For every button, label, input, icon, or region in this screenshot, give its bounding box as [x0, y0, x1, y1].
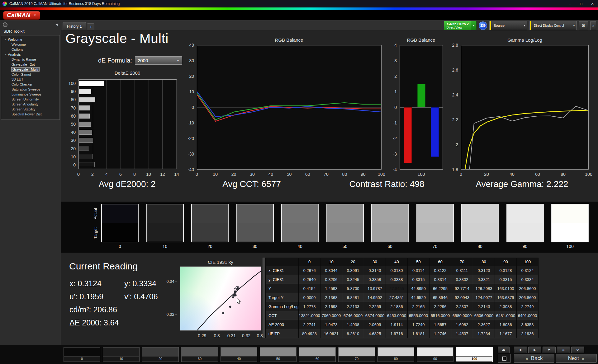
play-button[interactable]: ▶: [528, 347, 541, 353]
panel-dot-button[interactable]: [3, 22, 7, 27]
table-cell: 0.3302: [451, 275, 473, 284]
flag-button[interactable]: ⚑: [543, 347, 556, 353]
tree-section[interactable]: ▸Analysis: [1, 52, 59, 57]
pattern-window-button[interactable]: [498, 354, 511, 363]
sidebar-item-luminance-sweeps[interactable]: Luminance Sweeps: [1, 92, 59, 97]
next-button[interactable]: Next »: [556, 354, 597, 363]
tree-expand-icon[interactable]: ▸: [5, 53, 7, 56]
patch-actual: [192, 204, 228, 223]
table-cell: 206.8600: [517, 293, 539, 302]
sidebar-item-grayscale-multi[interactable]: Grayscale - Multi: [1, 67, 59, 72]
red-bar: [404, 107, 412, 163]
add-tab-button[interactable]: +: [87, 23, 94, 30]
tree-item-label: Options: [12, 48, 23, 51]
axis-tick-label: 100: [378, 172, 385, 177]
table-cell: 6580.0000: [451, 311, 473, 320]
table-cell: 163.6879: [495, 293, 517, 302]
meter-count-badge[interactable]: 239: [479, 21, 487, 30]
sidebar-item-dynamic-range[interactable]: Dynamic Range: [1, 57, 59, 62]
sidebar-item-grayscale-2pt[interactable]: Grayscale - 2pt: [1, 62, 59, 67]
patch-button-30[interactable]: 30: [181, 347, 218, 362]
axis-tick-label: 100: [69, 81, 76, 86]
window-buttons: – □ ✕: [564, 0, 598, 7]
sidebar-item-saturation-sweeps[interactable]: Saturation Sweeps: [1, 87, 59, 92]
tree-expand-icon[interactable]: ▸: [5, 38, 7, 41]
sidebar-item-options[interactable]: Options: [1, 47, 59, 52]
patch-actual: [102, 204, 138, 223]
logo-menu-arrow-icon[interactable]: ▼: [34, 14, 36, 17]
back-button[interactable]: « Back: [514, 354, 554, 363]
stop-button[interactable]: ■: [514, 347, 527, 353]
eject-button[interactable]: ⏏: [498, 347, 510, 353]
table-column-header: 20: [342, 258, 364, 266]
patch-button-100[interactable]: 100: [456, 347, 493, 362]
display-control-dropdown[interactable]: Direct Display Control ▼: [529, 21, 577, 30]
tree-section[interactable]: ▸Welcome: [1, 37, 59, 42]
tree-item-label: Spectral Power Dist.: [12, 112, 43, 116]
table-cell: 2.0609: [364, 320, 386, 329]
sidebar-item-color-gamut[interactable]: Color Gamut: [1, 72, 59, 77]
table-cell: 2.2296: [430, 302, 451, 311]
de-formula-select[interactable]: 2000 ▼: [135, 56, 182, 65]
tree-item-label: Grayscale - Multi: [12, 68, 39, 71]
tab-history-1[interactable]: History 1: [63, 22, 86, 30]
patch-button-0[interactable]: 0: [64, 347, 100, 362]
table-cell: 206.8600: [517, 284, 539, 293]
chevron-down-icon[interactable]: ▼: [471, 21, 476, 30]
axis-tick-label: 1: [394, 89, 397, 94]
gridline: [162, 80, 163, 169]
patch-button-90[interactable]: 90: [417, 347, 453, 362]
chevron-down-icon[interactable]: ▼: [522, 24, 527, 27]
patch-button-10[interactable]: 10: [103, 347, 140, 362]
table-cell: 1.4593: [320, 284, 342, 293]
reading-x: x: 0.3124: [69, 279, 124, 288]
patch-button-20[interactable]: 20: [142, 347, 179, 362]
sidebar-item-spectral-power-dist-[interactable]: Spectral Power Dist.: [1, 112, 59, 117]
gear-icon[interactable]: ⚙: [579, 21, 588, 30]
table-cell: 0.4154: [299, 284, 320, 293]
table-cell: 0.3245: [342, 275, 364, 284]
sidebar-item-screen-uniformity[interactable]: Screen Uniformity: [1, 97, 59, 102]
loop-button[interactable]: ∞: [557, 347, 570, 353]
source-label: Source: [494, 24, 505, 27]
table-cell: 2.3627: [473, 320, 495, 329]
axis-tick-label: 0: [77, 172, 80, 177]
patch-button-50[interactable]: 50: [260, 347, 297, 362]
grayscale-patch-90: [506, 204, 544, 242]
axis-tick-label: 2.6: [452, 68, 458, 72]
table-cell: 0.0000: [299, 293, 320, 302]
patch-button-60[interactable]: 60: [299, 347, 336, 362]
table-row-label: y: CIE31: [266, 275, 299, 284]
sidebar-item-colorchecker[interactable]: ColorChecker: [1, 82, 59, 87]
patch-actual: [552, 204, 588, 223]
calman-logo[interactable]: CalMAN ▼: [3, 11, 40, 20]
meter-dropdown[interactable]: X-Rite i1Pro 2 Direct View ▼: [444, 21, 477, 30]
sidebar-item-3d-lut[interactable]: 3D LUT: [1, 77, 59, 82]
measurement-point: [232, 296, 234, 298]
patch-button-40[interactable]: 40: [221, 347, 257, 362]
sidebar-collapse-icon[interactable]: ◀: [55, 23, 58, 26]
close-button[interactable]: ✕: [587, 0, 598, 7]
sidebar-item-screen-angularity[interactable]: Screen Angularity: [1, 102, 59, 107]
rgb-bar-x-axis: 100: [400, 171, 443, 176]
cie-y-axis: 0.340.32: [165, 266, 179, 331]
panel-expand-icon[interactable]: »: [590, 21, 596, 30]
chevron-down-icon[interactable]: ▼: [572, 24, 577, 27]
minimize-button[interactable]: –: [564, 0, 576, 7]
maximize-button[interactable]: □: [576, 0, 587, 7]
patch-button-70[interactable]: 70: [338, 347, 375, 362]
sidebar-item-screen-stability[interactable]: Screen Stability: [1, 107, 59, 112]
patch-button-80[interactable]: 80: [377, 347, 414, 362]
chevron-down-icon: ▼: [177, 59, 179, 62]
patch-target: [282, 223, 318, 242]
table-cell: 0.3206: [320, 275, 342, 284]
source-dropdown[interactable]: Source ▼: [489, 21, 527, 30]
eject-icon: ⏏: [502, 348, 505, 352]
grayscale-swatch-band: Actual Target 0102030405060708090100: [61, 202, 598, 253]
sidebar-item-welcome[interactable]: Welcome: [1, 42, 59, 47]
axis-tick-label: 50: [287, 172, 292, 177]
refresh-button[interactable]: ⟳: [571, 347, 584, 353]
green-bar: [417, 84, 425, 107]
grayscale-patch-30: [236, 204, 274, 242]
table-scrollbar[interactable]: [263, 258, 265, 338]
